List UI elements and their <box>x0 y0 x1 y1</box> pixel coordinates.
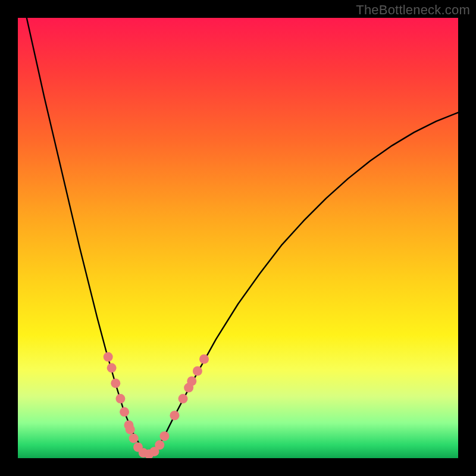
data-dot <box>111 378 120 388</box>
data-dot <box>170 411 179 420</box>
data-dot <box>199 355 209 364</box>
data-dot <box>120 407 129 416</box>
data-dot <box>159 431 169 441</box>
data-dot <box>107 363 117 372</box>
curve-line <box>27 18 458 455</box>
data-dot <box>104 352 113 362</box>
data-dot <box>115 394 125 403</box>
data-dot <box>178 394 188 403</box>
watermark-text: TheBottleneck.com <box>356 2 470 18</box>
data-dot <box>155 440 164 450</box>
chart-frame: TheBottleneck.com <box>0 0 476 476</box>
data-dot <box>126 425 135 434</box>
chart-svg <box>18 18 458 458</box>
data-dot <box>129 434 139 443</box>
data-dot <box>187 377 196 386</box>
data-dot <box>193 366 202 375</box>
plot-area <box>18 18 458 458</box>
